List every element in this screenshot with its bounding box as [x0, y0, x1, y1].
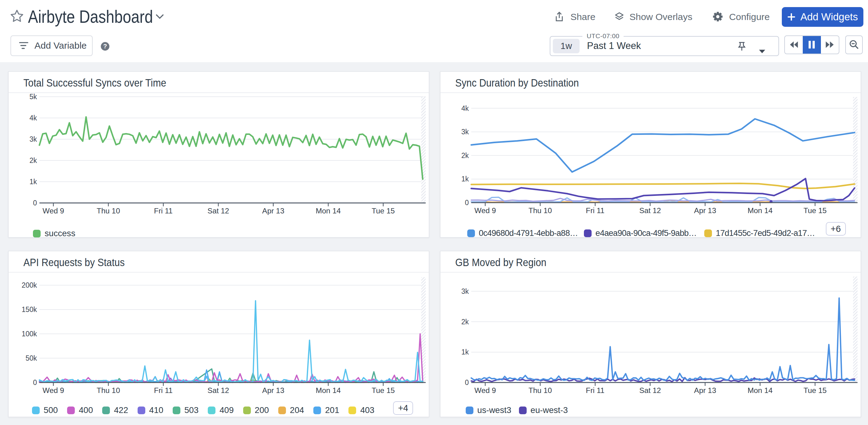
svg-text:Fri 11: Fri 11 [154, 386, 173, 395]
svg-text:2k: 2k [461, 318, 469, 326]
svg-text:Tue 15: Tue 15 [372, 386, 395, 395]
svg-text:100k: 100k [22, 330, 37, 338]
svg-text:3k: 3k [30, 135, 37, 143]
svg-text:4k: 4k [461, 104, 469, 113]
svg-text:Mon 14: Mon 14 [747, 206, 772, 215]
svg-text:Wed 9: Wed 9 [474, 206, 496, 215]
svg-text:Wed 9: Wed 9 [42, 207, 64, 215]
svg-text:Sat 12: Sat 12 [208, 386, 229, 395]
svg-text:50k: 50k [26, 354, 37, 362]
svg-text:0: 0 [465, 378, 469, 387]
svg-text:Apr 13: Apr 13 [262, 386, 284, 395]
svg-text:Fri 11: Fri 11 [586, 206, 604, 215]
svg-text:3k: 3k [461, 287, 469, 295]
svg-text:1k: 1k [30, 178, 37, 186]
svg-text:Mon 14: Mon 14 [316, 207, 341, 215]
svg-text:Fri 11: Fri 11 [154, 207, 173, 215]
svg-text:Fri 11: Fri 11 [586, 386, 604, 395]
svg-text:200k: 200k [22, 281, 37, 289]
svg-text:2k: 2k [461, 152, 469, 159]
svg-text:3k: 3k [461, 128, 469, 136]
svg-text:2k: 2k [30, 156, 37, 164]
svg-text:0: 0 [33, 378, 37, 387]
svg-text:Mon 14: Mon 14 [747, 386, 772, 395]
svg-text:4k: 4k [30, 114, 37, 122]
svg-text:150k: 150k [22, 305, 37, 313]
svg-text:Tue 15: Tue 15 [372, 207, 395, 215]
svg-text:Mon 14: Mon 14 [316, 386, 341, 395]
svg-text:Thu 10: Thu 10 [528, 206, 552, 215]
svg-text:Wed 9: Wed 9 [42, 386, 64, 395]
svg-text:Apr 13: Apr 13 [262, 207, 284, 215]
svg-text:1k: 1k [461, 175, 469, 183]
svg-text:0: 0 [33, 199, 37, 207]
svg-text:Sat 12: Sat 12 [639, 386, 661, 395]
svg-text:Apr 13: Apr 13 [694, 206, 716, 215]
svg-text:Tue 15: Tue 15 [803, 386, 827, 395]
svg-text:Apr 13: Apr 13 [694, 386, 716, 395]
svg-text:1k: 1k [461, 348, 469, 356]
svg-text:0: 0 [465, 199, 469, 207]
svg-text:Sat 12: Sat 12 [639, 206, 661, 215]
svg-text:Thu 10: Thu 10 [97, 386, 120, 395]
svg-text:5k: 5k [30, 93, 37, 101]
svg-text:?: ? [103, 43, 107, 50]
svg-text:Tue 15: Tue 15 [803, 206, 827, 215]
svg-text:Thu 10: Thu 10 [97, 207, 120, 215]
svg-text:Wed 9: Wed 9 [474, 386, 496, 395]
svg-text:Thu 10: Thu 10 [528, 386, 552, 395]
svg-text:Sat 12: Sat 12 [208, 207, 229, 215]
